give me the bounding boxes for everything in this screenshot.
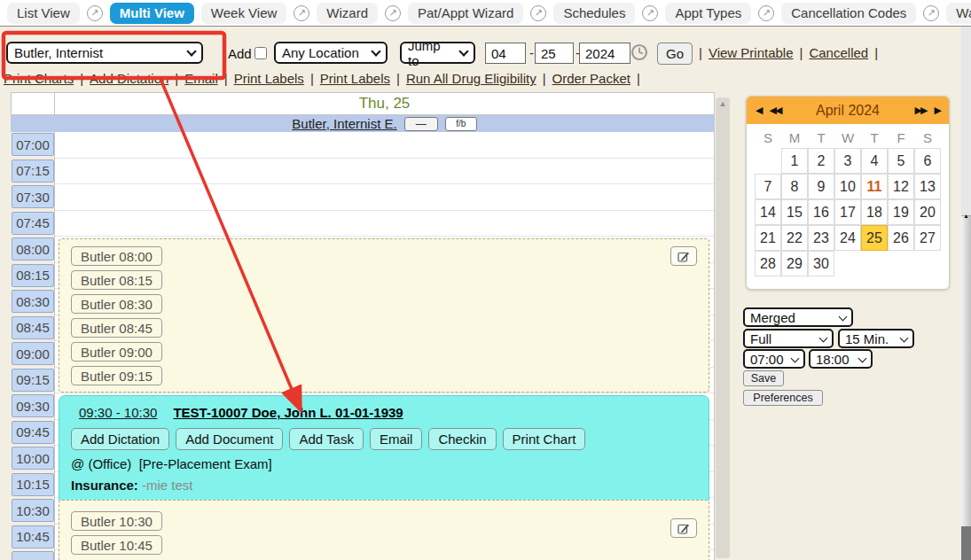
date-month-input[interactable]: 04 (485, 43, 526, 64)
preferences-button[interactable]: Preferences (743, 390, 823, 406)
start-time-select[interactable]: 07:00 (743, 349, 805, 369)
date-year-input[interactable]: 2024 (579, 43, 630, 64)
tab-cancellation-codes[interactable]: Cancellation Codes (781, 3, 916, 24)
calendar-day-16[interactable]: 16 (808, 199, 834, 225)
merge-mode-select[interactable]: Merged (743, 307, 853, 327)
schedule-scrollbar[interactable]: ▲ (716, 97, 730, 558)
action-link-print-labels[interactable]: Print Labels (234, 71, 304, 86)
collapse-column-button[interactable]: — (404, 117, 438, 131)
calendar-day-5[interactable]: 5 (888, 148, 914, 174)
email-button[interactable]: Email (370, 428, 423, 450)
external-link-icon[interactable]: ↗ (530, 5, 546, 21)
cancelled-link[interactable]: Cancelled (809, 45, 868, 60)
action-link-order-packet[interactable]: Order Packet (552, 71, 630, 86)
go-button[interactable]: Go (657, 43, 693, 65)
provider-link[interactable]: Butler, Internist E. (292, 116, 396, 131)
action-link-email[interactable]: Email (184, 71, 218, 86)
appointment-card[interactable]: 09:30 - 10:30 TEST-10007 Doe, John L. 01… (59, 395, 709, 505)
scroll-up-icon[interactable]: ▲ (961, 213, 971, 219)
checkin-button[interactable]: Checkin (428, 428, 496, 450)
calendar-day-18[interactable]: 18 (861, 199, 888, 225)
calendar-day-11[interactable]: 11 (861, 174, 888, 199)
open-slot-button-butler-08-30[interactable]: Butler 08:30 (71, 294, 162, 314)
external-link-icon[interactable]: ↗ (642, 5, 658, 21)
calendar-day-17[interactable]: 17 (834, 199, 861, 225)
action-link-add-dictation[interactable]: Add Dictation (90, 71, 168, 86)
open-slot-button-butler-10-45[interactable]: Butler 10:45 (71, 535, 162, 555)
calendar-day-25[interactable]: 25 (861, 225, 888, 251)
location-select[interactable]: Any Location (274, 42, 388, 64)
provider-select[interactable]: Butler, Internist (6, 42, 203, 64)
front-back-button[interactable]: f/b (445, 117, 477, 131)
end-time-select[interactable]: 18:00 (809, 349, 873, 369)
external-link-icon[interactable]: ↗ (758, 5, 774, 21)
tab-appt-types[interactable]: Appt Types (665, 3, 751, 24)
tab-week-view[interactable]: Week View (201, 3, 286, 24)
interval-select[interactable]: 15 Min. (838, 329, 914, 348)
open-slot-button-butler-09-00[interactable]: Butler 09:00 (71, 342, 162, 362)
open-slot-button-butler-10-30[interactable]: Butler 10:30 (71, 511, 162, 531)
jump-to-select[interactable]: Jump to (400, 42, 475, 64)
tab-list-view[interactable]: List View (7, 3, 80, 24)
calendar-day-1[interactable]: 1 (781, 148, 808, 174)
window-scrollbar[interactable]: ▲ (961, 27, 971, 560)
clock-icon[interactable] (630, 43, 648, 62)
calendar-day-26[interactable]: 26 (888, 225, 914, 251)
prev-month-icon[interactable]: ◀◀ (769, 105, 780, 116)
next-month-icon[interactable]: ▶▶ (915, 105, 927, 116)
add-dictation-button[interactable]: Add Dictation (71, 428, 169, 450)
action-link-print-labels[interactable]: Print Labels (320, 71, 390, 86)
calendar-day-9[interactable]: 9 (808, 174, 834, 199)
calendar-day-3[interactable]: 3 (834, 148, 861, 174)
calendar-day-15[interactable]: 15 (781, 199, 808, 225)
external-link-icon[interactable]: ↗ (87, 5, 103, 21)
scroll-up-icon[interactable]: ▲ (716, 97, 730, 111)
calendar-day-8[interactable]: 8 (781, 174, 808, 199)
calendar-day-28[interactable]: 28 (755, 251, 781, 276)
calendar-day-13[interactable]: 13 (914, 174, 941, 199)
schedule-row[interactable] (55, 159, 714, 185)
calendar-day-10[interactable]: 10 (834, 174, 861, 199)
calendar-day-6[interactable]: 6 (914, 148, 941, 174)
action-link-run-all-drug-eligibility[interactable]: Run All Drug Eligibility (406, 71, 536, 86)
calendar-day-20[interactable]: 20 (914, 199, 941, 225)
open-slot-button-butler-08-45[interactable]: Butler 08:45 (71, 318, 162, 338)
calendar-day-22[interactable]: 22 (781, 225, 808, 251)
save-button[interactable]: Save (743, 370, 784, 386)
schedule-row[interactable] (55, 184, 714, 211)
calendar-day-30[interactable]: 30 (808, 251, 834, 276)
external-link-icon[interactable]: ↗ (923, 5, 939, 21)
calendar-day-14[interactable]: 14 (755, 199, 781, 225)
next-day-icon[interactable]: ▶ (935, 105, 940, 116)
calendar-day-7[interactable]: 7 (755, 174, 781, 199)
calendar-day-23[interactable]: 23 (808, 225, 834, 251)
edit-slot-button[interactable] (670, 246, 697, 266)
tab-multi-view[interactable]: Multi View (110, 3, 194, 24)
calendar-day-4[interactable]: 4 (861, 148, 888, 174)
prev-day-icon[interactable]: ◀ (756, 105, 761, 116)
tab-schedules[interactable]: Schedules (553, 3, 635, 24)
calendar-day-21[interactable]: 21 (755, 225, 781, 251)
schedule-row[interactable] (55, 132, 714, 159)
open-slot-button-butler-08-15[interactable]: Butler 08:15 (71, 270, 162, 290)
calendar-day-12[interactable]: 12 (888, 174, 914, 199)
calendar-day-19[interactable]: 19 (888, 199, 914, 225)
add-task-button[interactable]: Add Task (289, 428, 363, 450)
tab-pat-appt-wizard[interactable]: Pat/Appt Wizard (408, 3, 523, 24)
calendar-day-29[interactable]: 29 (781, 251, 808, 276)
action-link-print-charts[interactable]: Print Charts (4, 71, 74, 86)
appointment-patient-link[interactable]: TEST-10007 Doe, John L. 01-01-1939 (173, 405, 403, 420)
add-checkbox[interactable] (254, 47, 267, 59)
size-select[interactable]: Full (743, 329, 834, 348)
calendar-day-24[interactable]: 24 (834, 225, 861, 251)
schedule-row[interactable] (55, 211, 714, 237)
date-day-input[interactable]: 25 (535, 43, 574, 64)
edit-slot-button[interactable] (670, 518, 697, 538)
print-chart-button[interactable]: Print Chart (503, 428, 586, 450)
tab-wizard[interactable]: Wizard (317, 3, 378, 24)
calendar-day-27[interactable]: 27 (914, 225, 941, 251)
external-link-icon[interactable]: ↗ (385, 5, 401, 21)
scrollbar-thumb[interactable] (961, 27, 971, 216)
calendar-day-2[interactable]: 2 (808, 148, 834, 174)
open-slot-button-butler-09-15[interactable]: Butler 09:15 (71, 366, 162, 385)
